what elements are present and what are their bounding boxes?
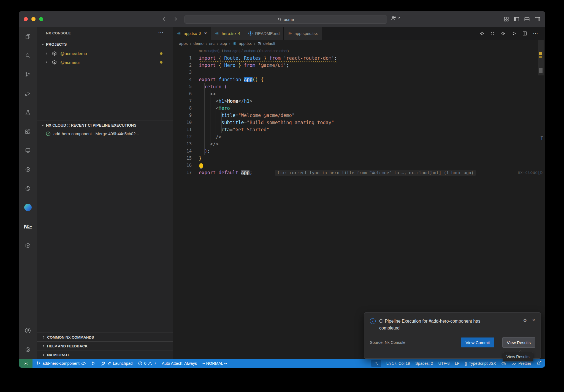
project-item-acme-demo[interactable]: @acme/demo: [45, 49, 171, 58]
tab-hero-tsx[interactable]: hero.tsx 4: [211, 27, 244, 40]
projects-section-header[interactable]: PROJECTS: [41, 40, 67, 48]
braces-icon: {}: [465, 361, 467, 366]
breadcrumb-item[interactable]: default: [263, 41, 275, 46]
remote-explorer-icon[interactable]: [19, 141, 37, 160]
code-line[interactable]: 11 cta="Get Started": [173, 126, 545, 133]
toggle-sidebar-left-icon[interactable]: [514, 17, 519, 22]
problem-badge: 3: [199, 31, 201, 36]
language-mode-item[interactable]: {} TypeScript JSX: [465, 361, 496, 366]
auto-attach-status-item[interactable]: Auto Attach: Always: [162, 361, 197, 366]
code-area[interactable]: 1import { Route, Routes } from 'react-ro…: [173, 55, 545, 176]
circle-icon[interactable]: [490, 31, 495, 36]
nav-forward-circle-icon[interactable]: [501, 31, 506, 36]
breadcrumb-item[interactable]: src: [209, 41, 215, 46]
breadcrumb-item[interactable]: apps: [179, 41, 188, 46]
extensions-icon[interactable]: [19, 122, 37, 141]
notifications-bell-icon[interactable]: [536, 361, 541, 366]
section-help-and-feedback[interactable]: HELP AND FEEDBACK: [37, 341, 178, 350]
tab-readme-md[interactable]: README.md: [244, 27, 284, 40]
split-editor-icon[interactable]: [522, 31, 527, 36]
account-icon[interactable]: [19, 321, 37, 340]
code-line[interactable]: 10 subtitle="Build something amazing tod…: [173, 119, 545, 126]
tab-app-spec-tsx[interactable]: app.spec.tsx: [284, 27, 322, 40]
code-line[interactable]: 8 <Hero: [173, 105, 545, 112]
modified-dot: [160, 52, 162, 55]
titlebar: acme: [19, 11, 545, 27]
code-line[interactable]: 12 />: [173, 133, 545, 140]
settings-gear-icon[interactable]: [19, 340, 37, 359]
nav-back-circle-icon[interactable]: [479, 31, 484, 36]
react-icon: [233, 42, 237, 45]
package-icon[interactable]: [19, 236, 37, 255]
breadcrumb-item[interactable]: app: [220, 41, 227, 46]
indentation-item[interactable]: Spaces: 2: [415, 361, 433, 366]
code-line[interactable]: 1import { Route, Routes } from 'react-ro…: [173, 55, 545, 62]
package-icon: [52, 51, 57, 56]
sidebar-title: NX CONSOLE: [46, 31, 71, 35]
copilot-icon[interactable]: [501, 361, 506, 366]
run-file-icon[interactable]: [511, 31, 517, 36]
code-line[interactable]: 6 <>: [173, 90, 545, 97]
launchpad-status-item[interactable]: Launchpad: [101, 361, 133, 366]
code-line[interactable]: 16: [173, 162, 545, 169]
problems-status-item[interactable]: 0 7: [138, 361, 156, 366]
tab-app-tsx[interactable]: app.tsx 3 ×: [173, 27, 211, 40]
code-line[interactable]: 2import { Hero } from '@acme/ui';: [173, 62, 545, 69]
section-common-nx-commands[interactable]: COMMON NX COMMANDS: [37, 333, 178, 342]
git-graph-icon[interactable]: [91, 361, 96, 366]
section-nx-migrate[interactable]: NX MIGRATE: [37, 350, 178, 359]
prettier-status-item[interactable]: Prettier: [511, 361, 531, 366]
history-forward-icon[interactable]: [173, 16, 178, 22]
plug-icon: [107, 361, 111, 366]
project-item-acme-ui[interactable]: @acme/ui: [45, 58, 171, 67]
code-line[interactable]: 4export function App() {: [173, 76, 545, 83]
breadcrumb-item[interactable]: demo: [193, 41, 203, 46]
layout-grid-icon[interactable]: [504, 17, 509, 22]
toggle-sidebar-right-icon[interactable]: [535, 17, 540, 22]
code-line[interactable]: 17export default App; fix: correct typo …: [173, 169, 545, 176]
testing-icon[interactable]: [19, 103, 37, 122]
view-commit-button[interactable]: View Commit: [461, 337, 494, 347]
chevron-down-icon: [41, 123, 45, 127]
close-tab-icon[interactable]: ×: [204, 31, 207, 36]
pipeline-execution-item[interactable]: add-hero-component - Merge 409b44e5cb02.…: [46, 129, 172, 138]
eol-item[interactable]: LF: [455, 361, 460, 366]
more-actions-icon[interactable]: ⋯: [158, 29, 164, 36]
more-actions-icon[interactable]: ⋯: [533, 30, 538, 37]
code-line[interactable]: 15}: [173, 155, 545, 162]
cursor-position-item[interactable]: Ln 17, Col 19: [386, 361, 410, 366]
code-line[interactable]: 3: [173, 69, 545, 76]
edge-browser-icon[interactable]: [19, 198, 37, 217]
run-debug-icon[interactable]: [19, 84, 37, 103]
command-center-search[interactable]: acme: [184, 15, 387, 24]
git-blame-header[interactable]: nx-cloud[bot], 1 hour ago | 2 authors (Y…: [199, 47, 289, 55]
vim-mode-status-item[interactable]: -- NORMAL --: [202, 361, 227, 366]
minimize-window-button[interactable]: [31, 17, 36, 21]
code-line[interactable]: 5 return (: [173, 83, 545, 90]
explorer-icon[interactable]: [19, 27, 37, 46]
history-back-icon[interactable]: [161, 16, 167, 22]
toggle-panel-icon[interactable]: [524, 17, 530, 22]
zoom-window-button[interactable]: [39, 17, 43, 21]
search-view-icon[interactable]: [19, 46, 37, 65]
code-line[interactable]: 7 <h1>Home</h1>: [173, 97, 545, 105]
react-icon: [288, 31, 292, 36]
source-control-icon[interactable]: [19, 65, 37, 84]
search-status-button[interactable]: [371, 360, 381, 367]
code-line[interactable]: 13 </>: [173, 140, 545, 148]
remote-indicator[interactable]: ><: [19, 359, 32, 368]
notification-settings-icon[interactable]: ⚙: [523, 318, 527, 323]
nx-cloud-section-header[interactable]: NX CLOUD :: RECENT CI PIPELINE EXECUTION…: [41, 121, 136, 129]
code-line[interactable]: 14 );: [173, 148, 545, 155]
nx-console-icon[interactable]: N≥: [19, 217, 37, 236]
code-line[interactable]: 9 title="Welcome @acme/demo": [173, 112, 545, 119]
notification-close-icon[interactable]: ×: [532, 318, 535, 323]
branch-status-item[interactable]: add-hero-component: [36, 361, 86, 366]
encoding-item[interactable]: UTF-8: [438, 361, 449, 366]
run-target-icon[interactable]: [19, 160, 37, 179]
accounts-menu[interactable]: [391, 15, 400, 21]
breadcrumb-item[interactable]: app.tsx: [239, 41, 252, 46]
view-results-button[interactable]: View Results: [503, 337, 535, 347]
close-window-button[interactable]: [24, 17, 28, 21]
project-graph-icon[interactable]: [19, 179, 37, 198]
